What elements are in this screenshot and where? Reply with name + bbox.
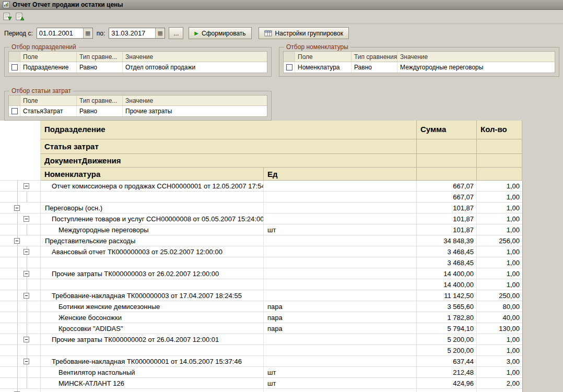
load-report-settings-icon[interactable] — [14, 11, 26, 22]
collapse-icon[interactable] — [24, 337, 29, 342]
table-row[interactable]: Кроссовки "ADIDAS"пара5 794,10130,00 — [0, 323, 563, 334]
tree-line — [17, 378, 18, 388]
tree-cell — [0, 356, 41, 367]
date-to-input[interactable] — [109, 28, 155, 38]
filter-col-value: Значение — [397, 52, 555, 62]
filter-checkbox[interactable] — [11, 64, 18, 70]
collapse-icon[interactable] — [24, 271, 29, 277]
row-qty: 1,00 — [477, 246, 522, 257]
tree-line — [27, 367, 27, 377]
row-qty: 23,00 — [477, 389, 522, 392]
tree-cell — [0, 203, 41, 213]
row-label — [41, 279, 264, 290]
row-qty: 40,00 — [477, 312, 522, 323]
tree-line — [17, 181, 18, 191]
collapse-icon[interactable] — [24, 293, 29, 299]
filter-checkbox-cell — [284, 62, 295, 73]
collapse-icon[interactable] — [14, 205, 20, 211]
table-row[interactable]: Авансовый отчет ТК000000003 от 25.02.200… — [0, 246, 563, 257]
tree-line — [17, 246, 18, 257]
date-from-input[interactable] — [37, 28, 83, 38]
filter-field-value: Подразделение — [20, 62, 77, 73]
filter-row[interactable]: СтатьяЗатрат Равно Прочие затраты — [9, 106, 267, 116]
header-document: ДокументДвижения — [41, 154, 417, 168]
table-row[interactable]: Представительские расходы34 848,39256,00 — [0, 235, 563, 246]
filter-table: Поле Тип сравне... Значение Подразделени… — [8, 51, 267, 73]
row-sum: 34 848,39 — [417, 235, 477, 246]
row-sum: 1 782,80 — [417, 312, 477, 323]
collapse-icon[interactable] — [24, 249, 29, 255]
filter-group-cost-item: Отбор статьи затрат Поле Тип сравне... З… — [4, 91, 272, 121]
filter-checkbox[interactable] — [286, 64, 292, 70]
filter-header-corner — [284, 52, 295, 62]
tree-cell — [0, 334, 41, 345]
row-filler — [522, 389, 563, 392]
row-unit — [264, 334, 417, 345]
generate-button[interactable]: ▶ Сформировать — [189, 27, 251, 39]
calendar-icon[interactable]: ▦ — [83, 28, 92, 38]
save-report-settings-icon[interactable] — [2, 11, 13, 22]
row-qty: 256,00 — [477, 235, 522, 246]
tree-header-cell — [0, 121, 41, 181]
table-row[interactable]: Ботинки женские демисезонныепара3 565,60… — [0, 301, 563, 312]
filter-checkbox-cell — [9, 106, 20, 116]
row-filler — [522, 246, 563, 257]
row-sum: 5 794,10 — [417, 323, 477, 334]
collapse-icon[interactable] — [24, 216, 29, 222]
table-row[interactable]: Междугородные переговорышт101,871,00 — [0, 224, 563, 235]
filter-row[interactable]: Подразделение Равно Отдел оптовой продаж… — [9, 62, 267, 73]
row-unit — [264, 192, 417, 203]
row-sum: 3 565,60 — [417, 301, 477, 312]
table-row[interactable]: Требование-накладная ТК000000001 от 14.0… — [0, 356, 563, 367]
play-icon: ▶ — [194, 31, 198, 36]
table-row[interactable]: Женские босоножкипара1 782,8040,00 — [0, 312, 563, 323]
header-nomenclature: Номенклатура — [41, 168, 264, 181]
report-table: Подразделение Статья затрат ДокументДвиж… — [0, 121, 563, 392]
filter-checkbox[interactable] — [11, 108, 18, 114]
table-row[interactable]: Отчет комиссионера о продажах ССН0000000… — [0, 181, 563, 192]
filter-col-field: Поле — [20, 96, 77, 106]
tree-cell — [0, 213, 41, 224]
row-filler — [522, 268, 563, 279]
table-row[interactable]: 5 200,001,00 — [0, 345, 563, 356]
table-row[interactable]: Вентилятор настольныйшт212,481,00 — [0, 367, 563, 378]
table-row[interactable]: Прочие затраты ТК000000003 от 26.02.2007… — [0, 268, 563, 279]
row-filler — [522, 323, 563, 334]
table-row[interactable]: Требование-накладная ТК000000003 от 17.0… — [0, 290, 563, 301]
table-row[interactable]: 14 400,001,00 — [0, 279, 563, 290]
filter-table: Поле Тип сравнения Значение Номенклатура… — [283, 51, 555, 73]
table-row[interactable]: МИНСК-АТЛАНТ 126шт424,962,00 — [0, 378, 563, 389]
row-unit: пара — [264, 323, 417, 334]
header-grid-cell — [477, 168, 522, 181]
tree-line — [17, 192, 18, 202]
tree-cell — [0, 246, 41, 257]
table-row[interactable]: Прочие затраты ТК000000002 от 26.04.2007… — [0, 334, 563, 345]
period-more-button[interactable]: ... — [169, 27, 183, 39]
row-qty: 1,00 — [477, 268, 522, 279]
filter-col-value: Значение — [123, 52, 267, 62]
filter-row[interactable]: Номенклатура Равно Междугородные перегов… — [284, 62, 555, 73]
table-row[interactable]: Переговоры (осн.)101,871,00 — [0, 203, 563, 213]
row-qty: 1,00 — [477, 213, 522, 224]
filter-field-value: СтатьяЗатрат — [20, 106, 77, 116]
row-sum: 11 142,50 — [417, 290, 477, 301]
calendar-icon[interactable]: ▦ — [155, 28, 165, 38]
row-label: Поступление товаров и услуг ССН00000008 … — [41, 213, 264, 224]
filter-col-comparison: Тип сравне... — [77, 52, 123, 62]
table-row[interactable]: 3 468,451,00 — [0, 257, 563, 268]
tree-cell — [0, 312, 41, 323]
row-label — [41, 192, 264, 203]
collapse-icon[interactable] — [14, 238, 20, 244]
collapse-icon[interactable] — [24, 359, 29, 364]
row-sum: 101,87 — [417, 224, 477, 235]
collapse-icon[interactable] — [24, 183, 29, 189]
table-row[interactable]: Поступление товаров и услуг ССН00000008 … — [0, 213, 563, 224]
row-label: МИНСК-АТЛАНТ 126 — [41, 378, 264, 389]
header-cost-item: Статья затрат — [41, 139, 417, 154]
table-row[interactable]: Прочие затраты260,5023,00 — [0, 389, 563, 392]
header-grid-cell — [417, 168, 477, 181]
grouping-settings-button[interactable]: Настройки группировок — [259, 27, 349, 39]
tree-line — [27, 192, 27, 202]
table-row[interactable]: 667,071,00 — [0, 192, 563, 203]
row-filler — [522, 279, 563, 290]
